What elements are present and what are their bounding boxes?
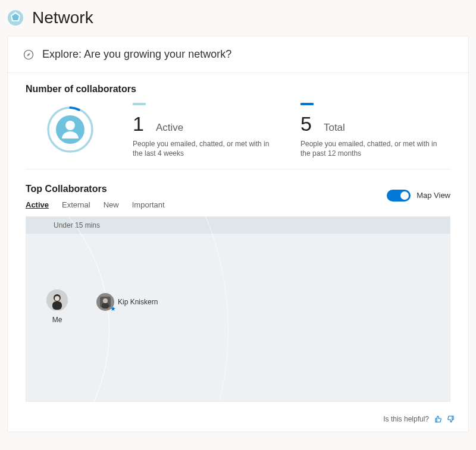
svg-marker-4 bbox=[27, 53, 30, 56]
avatar-contact: ★ bbox=[96, 293, 114, 311]
total-bar bbox=[300, 103, 314, 105]
collaborators-section-title: Number of collaborators bbox=[26, 84, 450, 95]
svg-point-14 bbox=[103, 298, 108, 303]
explore-text: Explore: Are you growing your network? bbox=[42, 48, 231, 61]
tabs: Active External New Important bbox=[26, 200, 165, 212]
star-badge-icon: ★ bbox=[110, 305, 116, 313]
collaborator-ring bbox=[26, 103, 115, 154]
network-card: Explore: Are you growing your network? N… bbox=[7, 36, 469, 432]
avatar-me bbox=[46, 289, 68, 311]
total-count: 5 bbox=[300, 112, 312, 136]
explore-row[interactable]: Explore: Are you growing your network? bbox=[8, 36, 468, 73]
active-stat: 1 Active People you emailed, chatted, or… bbox=[133, 103, 283, 158]
active-label: Active bbox=[156, 122, 183, 134]
map-view-label: Map View bbox=[416, 191, 450, 200]
active-description: People you emailed, chatted, or met with… bbox=[133, 139, 275, 158]
compass-icon bbox=[23, 49, 34, 60]
thumbs-down-icon[interactable] bbox=[447, 415, 455, 423]
total-stat: 5 Total People you emailed, chatted, or … bbox=[300, 103, 450, 158]
top-collaborators-title: Top Collaborators bbox=[26, 184, 165, 194]
tab-new[interactable]: New bbox=[104, 200, 119, 212]
active-count: 1 bbox=[133, 112, 144, 136]
svg-point-11 bbox=[55, 296, 60, 301]
total-description: People you emailed, chatted, or met with… bbox=[300, 139, 443, 158]
svg-rect-10 bbox=[52, 301, 62, 310]
tab-important[interactable]: Important bbox=[132, 200, 165, 212]
map-panel: Under 15 mins Me bbox=[26, 216, 450, 402]
total-label: Total bbox=[324, 122, 345, 134]
contact-name: Kip Kniskern bbox=[118, 298, 158, 306]
app-logo-icon bbox=[7, 10, 24, 26]
page-title: Network bbox=[32, 8, 93, 27]
map-contact-node[interactable]: ★ Kip Kniskern bbox=[96, 293, 158, 311]
map-me-label: Me bbox=[46, 316, 68, 324]
map-view-toggle[interactable] bbox=[387, 190, 411, 202]
map-me-node[interactable]: Me bbox=[46, 289, 68, 324]
svg-point-7 bbox=[65, 121, 75, 130]
svg-rect-15 bbox=[102, 303, 109, 309]
helpful-label: Is this helpful? bbox=[383, 415, 429, 423]
thumbs-up-icon[interactable] bbox=[434, 415, 442, 423]
active-bar bbox=[133, 103, 146, 105]
tab-external[interactable]: External bbox=[62, 200, 90, 212]
tab-active[interactable]: Active bbox=[26, 200, 49, 212]
